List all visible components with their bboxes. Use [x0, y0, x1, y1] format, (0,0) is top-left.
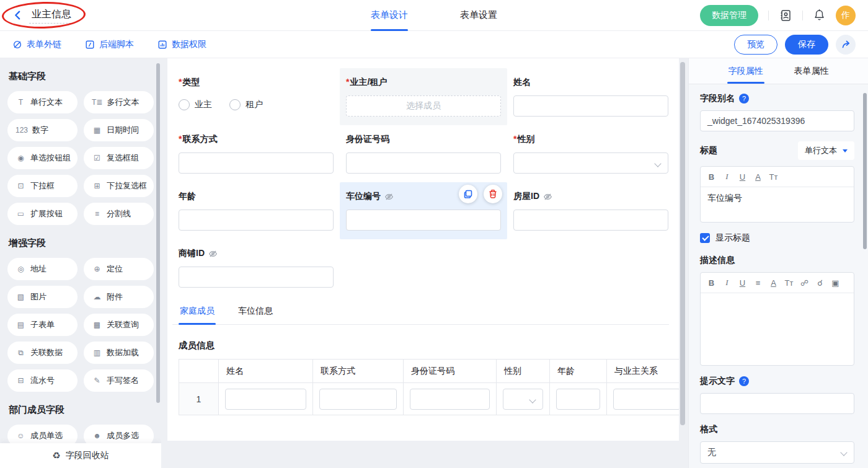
tab-form-design[interactable]: 表单设计 — [371, 0, 408, 31]
tab-form-settings[interactable]: 表单设置 — [460, 0, 497, 31]
sidebar-field-item[interactable]: ⊡ 下拉框 — [7, 175, 78, 197]
checkbox-checked-icon[interactable] — [700, 233, 710, 243]
field-gender[interactable]: 性别 — [507, 125, 675, 182]
text-input[interactable] — [513, 95, 668, 117]
alias-input[interactable]: _widget_1674025319396 — [700, 110, 854, 131]
text-input[interactable] — [179, 152, 334, 174]
editor-tool-button[interactable]: ≡ — [750, 278, 766, 288]
cell-input-age[interactable] — [556, 389, 600, 410]
field-type[interactable]: 类型 业主 租户 — [172, 68, 340, 125]
editor-tool-button[interactable]: ☌ — [812, 278, 828, 288]
editor-tool-button[interactable]: A — [750, 172, 766, 182]
data-manage-button[interactable]: 数据管理 — [700, 5, 758, 26]
sidebar-field-item[interactable]: ▦ 日期时间 — [84, 119, 154, 141]
sidebar-field-item[interactable]: ▧ 图片 — [7, 286, 78, 308]
canvas-scrollbar[interactable] — [680, 62, 685, 425]
sidebar-scrollbar[interactable] — [156, 63, 160, 403]
cell-input-relation[interactable] — [613, 389, 679, 410]
editor-tool-button[interactable]: I — [719, 172, 735, 182]
cell-select-gender[interactable] — [503, 389, 543, 410]
editor-tool-button[interactable]: I — [719, 278, 735, 288]
notification-bell-icon[interactable] — [813, 9, 826, 22]
hint-input[interactable] — [700, 393, 854, 414]
sidebar-field-item[interactable]: ☁ 附件 — [84, 286, 154, 308]
field-recycle-bin[interactable]: ♻ 字段回收站 — [0, 443, 161, 468]
widget-type-dropdown[interactable]: 单行文本 — [798, 141, 854, 160]
field-type-icon: ⊕ — [92, 265, 102, 273]
sidebar-field-item[interactable]: T 单行文本 — [7, 91, 78, 113]
sidebar-field-item[interactable]: ◉ 单选按钮组 — [7, 147, 78, 169]
user-avatar[interactable]: 作 — [836, 6, 856, 25]
editor-tool-button[interactable]: U — [735, 278, 750, 288]
editor-tool-button[interactable]: U — [735, 172, 750, 182]
field-type-icon: T≣ — [92, 98, 102, 107]
copy-field-button[interactable] — [459, 185, 477, 203]
sidebar-field-item[interactable]: ✎ 手写签名 — [84, 369, 154, 392]
panel-scrollbar[interactable] — [863, 93, 867, 249]
help-icon[interactable]: ? — [739, 376, 749, 386]
tab-form-properties[interactable]: 表单属性 — [794, 58, 829, 84]
tab-parking-info[interactable]: 车位信息 — [237, 300, 274, 324]
backend-script-button[interactable]: 后端脚本 — [85, 39, 134, 50]
contacts-book-icon[interactable] — [779, 9, 792, 22]
gender-select[interactable] — [513, 152, 668, 174]
sidebar-field-item[interactable]: 123 数字 — [7, 119, 78, 141]
description-editor-content[interactable] — [701, 293, 854, 365]
select-member-button[interactable]: 选择成员 — [346, 95, 501, 117]
help-icon[interactable]: ? — [739, 94, 749, 104]
field-id-number[interactable]: 身份证号码 — [340, 125, 507, 182]
editor-tool-button[interactable]: B — [704, 278, 719, 288]
sidebar-field-item[interactable]: ▩ 关联查询 — [84, 314, 154, 336]
cell-input-id-number[interactable] — [410, 389, 490, 410]
field-owner-tenant[interactable]: 业主/租户 选择成员 — [340, 68, 507, 125]
sidebar-field-item[interactable]: ⊞ 下拉复选框 — [84, 175, 154, 197]
tab-family-members[interactable]: 家庭成员 — [179, 300, 216, 324]
section-title-member-fields: 部门成员字段 — [9, 404, 153, 416]
text-input[interactable] — [346, 152, 501, 174]
data-permission-button[interactable]: 数据权限 — [157, 39, 206, 50]
field-age[interactable]: 年龄 — [172, 182, 340, 239]
radio-owner[interactable]: 业主 — [179, 99, 212, 110]
editor-tool-button[interactable]: B — [704, 172, 719, 182]
field-house-id[interactable]: 房屋ID — [507, 182, 675, 239]
sidebar-field-item[interactable]: ◎ 地址 — [7, 258, 78, 280]
alias-section: 字段别名 ? _widget_1674025319396 — [700, 93, 854, 131]
field-contact[interactable]: 联系方式 — [172, 125, 340, 182]
sidebar-field-item[interactable]: ▥ 数据加载 — [84, 342, 154, 364]
back-navigation[interactable]: 业主信息 — [12, 7, 74, 24]
editor-tool-button[interactable]: ☍ — [797, 278, 812, 288]
radio-tenant[interactable]: 租户 — [229, 99, 263, 110]
editor-tool-button[interactable]: Tᴛ — [766, 172, 781, 182]
save-button[interactable]: 保存 — [785, 35, 828, 55]
sidebar-field-item[interactable]: ☑ 复选框组 — [84, 147, 154, 169]
sidebar-field-item[interactable]: ▭ 扩展按钮 — [7, 203, 78, 225]
title-editor-content[interactable]: 车位编号 — [701, 187, 854, 222]
delete-field-button[interactable] — [484, 185, 502, 203]
back-chevron-icon[interactable] — [12, 10, 23, 20]
show-title-toggle[interactable]: 显示标题 — [700, 232, 854, 244]
sidebar-field-item[interactable]: ▤ 子表单 — [7, 314, 78, 336]
text-input[interactable] — [179, 210, 334, 231]
sidebar-field-item[interactable]: ⊟ 流水号 — [7, 369, 78, 392]
format-select[interactable]: 无 — [700, 441, 854, 464]
tab-field-properties[interactable]: 字段属性 — [728, 58, 763, 84]
cell-input-contact[interactable] — [319, 389, 397, 410]
field-shop-id[interactable]: 商铺ID — [172, 239, 340, 296]
text-input[interactable] — [179, 267, 334, 288]
sidebar-field-item[interactable]: T≣ 多行文本 — [84, 91, 154, 113]
sidebar-field-item[interactable]: ⊕ 定位 — [84, 258, 154, 280]
field-name[interactable]: 姓名 — [507, 68, 675, 125]
field-parking-no-selected[interactable]: 车位编号 — [340, 182, 507, 239]
preview-button[interactable]: 预览 — [734, 35, 777, 55]
editor-tool-button[interactable]: A — [766, 278, 781, 288]
editor-tool-button[interactable]: Tᴛ — [781, 278, 797, 288]
sidebar-field-item[interactable]: ⧉ 关联数据 — [7, 342, 78, 364]
form-title[interactable]: 业主信息 — [29, 7, 74, 24]
sidebar-field-item[interactable]: ≡ 分割线 — [84, 203, 154, 225]
editor-tool-button[interactable]: ▣ — [828, 278, 843, 288]
text-input[interactable] — [513, 210, 668, 231]
external-link-button[interactable]: 表单外链 — [12, 39, 61, 50]
share-button[interactable] — [836, 35, 856, 55]
text-input[interactable] — [346, 210, 501, 231]
cell-input-name[interactable] — [225, 389, 306, 410]
